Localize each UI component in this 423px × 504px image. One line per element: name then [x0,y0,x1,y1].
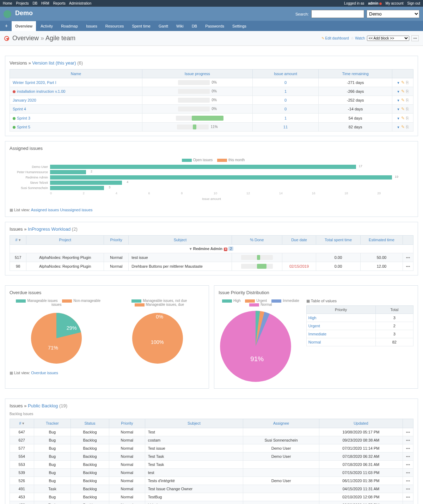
unassigned-issues-link[interactable]: Unassigned issues [60,208,92,212]
backlog-row[interactable]: 554 Bug Backlog Normal Test Task Demo Us… [10,452,413,460]
version-link[interactable]: Sprint 5 [17,125,30,129]
inprogress-link[interactable]: InProgress Workload [28,226,70,232]
backlog-row[interactable]: 577 Bug Backlog Normal Test issue Demo U… [10,444,413,452]
col-project[interactable]: Project [26,235,104,244]
overdue-issues-link[interactable]: Overdue issues [31,371,58,375]
col-due[interactable]: Due date [282,235,316,244]
col-progress[interactable]: Issue progress [142,69,252,78]
edit-dashboard-link[interactable]: Edit dashboard [325,36,349,40]
row-actions-icon[interactable]: ••• [406,264,410,268]
edit-icon[interactable] [401,98,405,103]
backlog-row[interactable]: 553 Bug Backlog Normal Test Task 07/18/2… [10,460,413,468]
search-input[interactable] [311,10,364,18]
filter-icon[interactable] [397,125,400,129]
filter-icon[interactable] [397,116,400,121]
backlog-row[interactable]: 491 Task Backlog Normal Test Issue Chang… [10,485,413,493]
col-id[interactable]: # ▾ [10,235,26,244]
row-actions-icon[interactable]: ••• [406,454,410,459]
nav-reports[interactable]: Reports [53,1,66,5]
backlog-row[interactable]: 526 Bug Backlog Normal Tests d'intégrité… [10,476,413,485]
nav-administration[interactable]: Administration [69,1,91,5]
col-remaining[interactable]: Time remaining [319,69,392,78]
filter-icon[interactable] [397,80,400,85]
col-amount[interactable]: Issue amount [252,69,319,78]
version-link[interactable]: installation instruction v.1.00 [17,89,65,93]
priority-link[interactable]: Urgent [308,324,320,328]
version-link[interactable]: Winter Sprint 2020, Part I [13,80,56,85]
tab-wiki[interactable]: Wiki [173,21,187,31]
edit-icon[interactable] [401,125,405,129]
col-priority[interactable]: Priority [104,235,129,244]
tab-overview[interactable]: Overview [12,21,36,31]
row-actions-icon[interactable]: ••• [406,255,410,260]
col-priority[interactable]: Priority [109,419,145,428]
issue-amount-link[interactable]: 0 [284,98,287,102]
add-block-select[interactable]: << Add block >> [367,36,409,41]
tab-gantt[interactable]: Gantt [155,21,172,31]
version-link[interactable]: January 2020 [13,98,36,102]
col-spent[interactable]: Total spent time [316,235,361,244]
tab-db[interactable]: DB [188,21,201,31]
group-row[interactable]: ▾Redmine Admin✕ 2 [10,244,413,253]
col-name[interactable]: Name [10,69,142,78]
priority-link[interactable]: Immediate [308,332,326,336]
edit-icon[interactable] [401,107,405,111]
row-actions-icon[interactable]: ••• [406,479,410,483]
filter-icon[interactable] [397,107,400,111]
backlog-row[interactable]: 453 Bug Backlog Normal TestBug 02/10/202… [10,493,413,501]
tab-issues[interactable]: Issues [82,21,101,31]
nav-db[interactable]: DB [32,1,37,5]
backlog-row[interactable]: 539 Bug Backlog Normal test 07/15/2020 1… [10,468,413,476]
tab-passwords[interactable]: Passwords [202,21,228,31]
backlog-row[interactable]: 452 Task Backlog Normal hhhnb 02/08/2020… [10,501,413,504]
col-subject[interactable]: Subject [129,235,232,244]
tab-spent-time[interactable]: Spent time [128,21,154,31]
filter-icon[interactable] [397,98,400,103]
issue-amount-link[interactable]: 1 [284,116,287,120]
backlog-link[interactable]: Public Backlog [28,403,58,408]
backlog-row[interactable]: 647 Bug Backlog Normal Test 10/08/2020 0… [10,428,413,436]
col-done[interactable]: % Done [232,235,282,244]
tab-resources[interactable]: Resources [102,21,128,31]
col-est[interactable]: Estimated time [360,235,403,244]
project-selector[interactable]: Demo [367,10,419,18]
nav-sign-out[interactable]: Sign out [407,1,420,5]
tab-settings[interactable]: Settings [229,21,250,31]
tab-activity[interactable]: Activity [37,21,56,31]
col-subject[interactable]: Subject [145,419,243,428]
issue-row[interactable]: 98 AlphaNodes: Reporting Plugin Normal D… [10,262,413,271]
assigned-issues-link[interactable]: Assigned issues [31,208,59,212]
issue-amount-link[interactable]: 0 [284,80,287,85]
col-status[interactable]: Status [71,419,109,428]
col-updated[interactable]: Updated [319,419,403,428]
nav-hrm[interactable]: HRM [41,1,49,5]
new-object-button[interactable]: + [2,21,11,31]
more-actions-icon[interactable]: ••• [411,35,419,41]
copy-icon[interactable] [406,116,409,121]
nav-my-account[interactable]: My account [385,1,403,5]
edit-icon[interactable] [401,116,405,121]
copy-icon[interactable] [406,107,409,111]
issue-amount-link[interactable]: 1 [284,89,287,93]
backlog-row[interactable]: 627 Bug Backlog Normal costam Susi Sonne… [10,436,413,444]
col-assignee[interactable]: Assignee [243,419,319,428]
filter-icon[interactable] [397,89,400,94]
tab-roadmap[interactable]: Roadmap [57,21,81,31]
version-list-link[interactable]: Version list (this year) [32,60,76,66]
col-tracker[interactable]: Tracker [34,419,71,428]
row-actions-icon[interactable]: ••• [406,470,410,475]
version-link[interactable]: Sprint 4 [13,107,26,111]
copy-icon[interactable] [406,80,409,85]
remove-group-icon[interactable]: ✕ [224,248,227,251]
row-actions-icon[interactable]: ••• [406,462,410,467]
edit-icon[interactable] [401,80,405,85]
copy-icon[interactable] [406,89,409,94]
version-link[interactable]: Sprint 3 [17,116,30,120]
col-id[interactable]: # ▾ [10,419,34,428]
copy-icon[interactable] [406,125,409,129]
issue-row[interactable]: 517 AlphaNodes: Reporting Plugin Normal … [10,253,413,262]
priority-link[interactable]: High [308,316,317,320]
row-actions-icon[interactable]: ••• [406,430,410,434]
nav-home[interactable]: Home [3,1,12,5]
row-actions-icon[interactable]: ••• [406,487,410,491]
